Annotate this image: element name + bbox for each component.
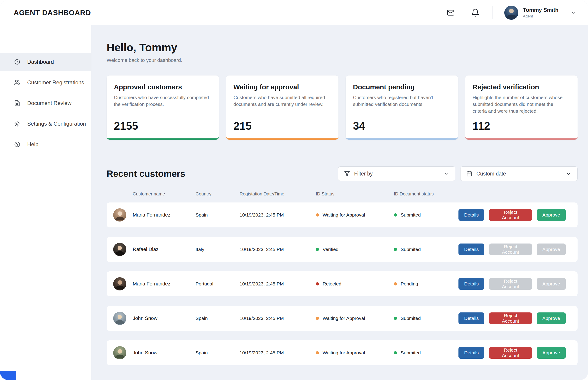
stat-description: Customers who registered but haven't sub… (353, 94, 448, 108)
user-avatar (504, 6, 518, 20)
sidebar-item-dashboard[interactable]: Dashboard (0, 53, 91, 71)
details-button[interactable]: Details (458, 209, 484, 221)
sidebar-item-settings[interactable]: Settings & Configuration (0, 115, 91, 133)
reject-account-button: Reject Account (489, 244, 532, 255)
column-id-status: ID Status (316, 191, 394, 197)
customer-name: Maria Fernandez (133, 212, 196, 218)
details-button[interactable]: Details (458, 312, 484, 324)
stat-value: 215 (234, 120, 330, 132)
id-status: Waiting for Approval (316, 316, 394, 321)
page-title: Hello, Tommy (107, 41, 578, 54)
customer-avatar (113, 243, 126, 256)
approve-button[interactable]: Approve (537, 312, 566, 324)
sidebar-item-label: Customer Registrations (27, 79, 84, 86)
mail-button[interactable] (446, 7, 456, 18)
customer-name: John Snow (133, 315, 196, 321)
registration-date: 10/19/2023, 2:45 PM (239, 247, 316, 252)
column-country: Country (196, 191, 239, 197)
status-dot (316, 213, 319, 217)
user-menu[interactable]: Tommy Smith Agent (504, 6, 576, 20)
customer-avatar (113, 208, 126, 222)
reject-account-button[interactable]: Reject Account (489, 347, 532, 359)
topbar: AGENT DASHBOARD Tommy Smith Agent (0, 0, 588, 25)
id-status-label: Verified (323, 247, 338, 252)
stat-description: Highlights the number of customers whose… (472, 94, 568, 114)
app-title: AGENT DASHBOARD (14, 9, 91, 17)
row-actions: Details Reject Account Approve (458, 312, 578, 324)
customer-name: Maria Fernandez (133, 281, 196, 287)
status-dot (394, 317, 397, 320)
chevron-down-icon (566, 171, 571, 177)
stat-card-document-pending: Document pending Customers who registere… (346, 76, 458, 140)
id-document-status: Submited (394, 316, 458, 321)
table-row: Maria Fernandez Portugal 10/19/2023, 2:4… (107, 271, 578, 296)
stat-value: 2155 (114, 120, 211, 132)
table-row: Rafael Diaz Italy 10/19/2023, 2:45 PM Ve… (107, 237, 578, 262)
id-document-status-label: Pending (401, 281, 418, 286)
id-status: Waiting for Approval (316, 350, 394, 356)
id-document-status: Submited (394, 212, 458, 218)
row-actions: Details Reject Account Approve (458, 244, 578, 255)
id-document-status: Pending (394, 281, 458, 286)
reject-account-button[interactable]: Reject Account (489, 312, 532, 324)
page-subtitle: Welcome back to your dashboard. (107, 57, 578, 63)
registration-date: 10/19/2023, 2:45 PM (239, 281, 316, 286)
customer-avatar (113, 346, 126, 359)
filter-by-dropdown[interactable]: Filter by (338, 166, 455, 181)
stat-card-approved: Approved customers Customers who have su… (107, 76, 219, 140)
sidebar-item-document-review[interactable]: Document Review (0, 94, 91, 112)
stat-cards: Approved customers Customers who have su… (107, 76, 578, 140)
stat-value: 34 (353, 120, 450, 132)
calendar-icon (466, 171, 472, 177)
id-status: Waiting for Approval (316, 212, 394, 218)
status-dot (394, 248, 397, 251)
custom-date-dropdown[interactable]: Custom date (460, 166, 578, 181)
customer-country: Portugal (196, 281, 239, 286)
status-dot (316, 248, 319, 251)
stat-title: Document pending (353, 83, 450, 91)
customer-name: John Snow (133, 350, 196, 356)
registration-date: 10/19/2023, 2:45 PM (239, 350, 316, 356)
approve-button[interactable]: Approve (537, 347, 566, 359)
customer-country: Italy (196, 247, 239, 252)
sidebar-item-help[interactable]: Help (0, 135, 91, 153)
sidebar-item-label: Settings & Configuration (27, 121, 86, 127)
id-document-status-label: Submited (401, 247, 421, 252)
table-row: Maria Fernandez Spain 10/19/2023, 2:45 P… (107, 203, 578, 228)
bell-icon (471, 8, 480, 17)
approve-button[interactable]: Approve (537, 209, 566, 221)
topbar-actions: Tommy Smith Agent (446, 6, 576, 20)
stat-card-rejected: Rejected verification Highlights the num… (465, 76, 578, 140)
reject-account-button[interactable]: Reject Account (489, 209, 532, 221)
sidebar-item-label: Help (27, 141, 38, 148)
filter-by-label: Filter by (354, 171, 373, 177)
sidebar-item-label: Document Review (27, 100, 71, 106)
details-button[interactable]: Details (458, 278, 484, 290)
recent-customers-header: Recent customers Filter by Custom date (107, 166, 578, 181)
id-document-status-label: Submited (401, 212, 421, 218)
help-icon (14, 141, 20, 148)
reject-account-button: Reject Account (489, 278, 532, 290)
users-icon (14, 79, 20, 86)
stat-title: Approved customers (114, 83, 211, 91)
customer-avatar (113, 277, 126, 290)
user-info: Tommy Smith Agent (523, 7, 559, 19)
status-dot (394, 282, 397, 285)
notifications-button[interactable] (470, 7, 480, 18)
id-status-label: Rejected (323, 281, 341, 286)
id-status-label: Waiting for Approval (323, 350, 365, 356)
details-button[interactable]: Details (458, 347, 484, 359)
registration-date: 10/19/2023, 2:45 PM (239, 316, 316, 321)
sidebar-item-customer-registrations[interactable]: Customer Registrations (0, 74, 91, 92)
stat-title: Waiting for approval (234, 83, 330, 91)
main-content: Hello, Tommy Welcome back to your dashbo… (91, 25, 588, 380)
custom-date-label: Custom date (476, 171, 506, 177)
column-customer-name: Customer name (133, 191, 196, 197)
id-status: Verified (316, 247, 394, 252)
stat-description: Customers who have successfully complete… (114, 94, 209, 108)
id-status-label: Waiting for Approval (323, 212, 365, 218)
details-button[interactable]: Details (458, 244, 484, 255)
customer-country: Spain (196, 212, 239, 218)
id-status-label: Waiting for Approval (323, 316, 365, 321)
customer-name: Rafael Diaz (133, 247, 196, 252)
